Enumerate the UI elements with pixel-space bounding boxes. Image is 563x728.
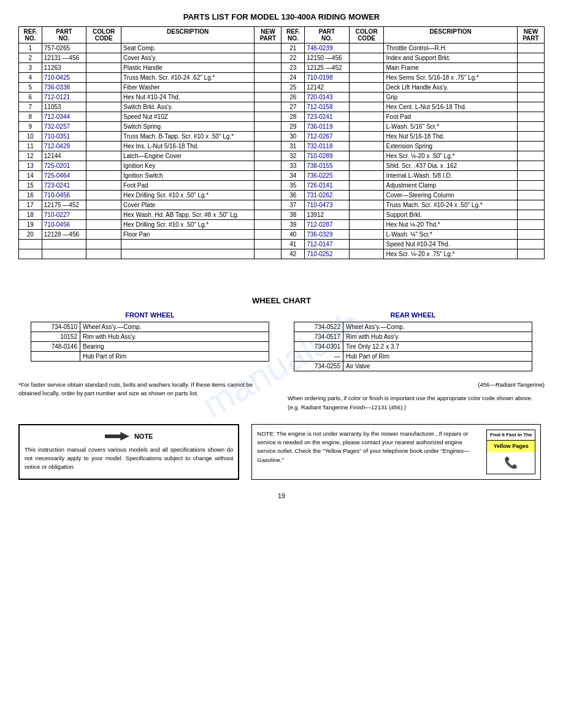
- right-desc-1: Index and Support Brkt.: [384, 53, 517, 63]
- right-ref-5: 26: [282, 93, 305, 102]
- left-desc-18: Hex Drilling Scr. #10 x .50" Lg.*: [121, 220, 255, 230]
- wheel-title: WHEEL CHART: [18, 296, 545, 305]
- left-desc-11: Latch—Engine Cover: [121, 151, 255, 161]
- right-desc-11: Hex Scr. ¼-20 x .50" Lg.*: [384, 151, 517, 161]
- right-new-5: [517, 93, 544, 102]
- front-wheel-desc-2: Bearing: [80, 342, 269, 352]
- right-ref-13: 34: [282, 171, 305, 181]
- right-part-16: 710-0473: [305, 200, 349, 210]
- right-new-17: [517, 210, 544, 220]
- header-desc-left: DESCRIPTION: [121, 27, 255, 44]
- left-color-20: [86, 240, 121, 249]
- left-part-0: 757-0265: [42, 44, 86, 53]
- left-desc-12: Ignition Key: [121, 161, 255, 171]
- left-desc-10: Hex Ins. L-Nut 5/16-18 Thd.: [121, 142, 255, 151]
- left-ref-2: 3: [19, 63, 42, 73]
- rear-wheel-part-0: 734-0522: [294, 322, 343, 332]
- right-ref-8: 29: [282, 122, 305, 132]
- left-color-19: [86, 230, 121, 240]
- left-desc-0: Seat Comp.: [121, 44, 255, 53]
- right-color-15: [349, 191, 384, 200]
- left-ref-8: 9: [19, 122, 42, 132]
- right-new-0: [517, 44, 544, 53]
- left-part-14: 723-0241: [42, 181, 86, 191]
- note-label: NOTE: [134, 431, 153, 442]
- left-ref-9: 10: [19, 132, 42, 142]
- right-new-14: [517, 181, 544, 191]
- right-desc-2: Main Frame: [384, 63, 517, 73]
- left-part-9: 710-0351: [42, 132, 86, 142]
- left-ref-21: [19, 249, 42, 259]
- asterisk-note: *For faster service obtain standard nuts…: [18, 381, 275, 412]
- left-part-20: [42, 240, 86, 249]
- front-wheel-desc-0: Wheel Ass'y.—Comp.: [80, 322, 269, 332]
- right-desc-14: Adjustment Clamp: [384, 181, 517, 191]
- left-ref-1: 2: [19, 53, 42, 63]
- left-new-7: [255, 112, 282, 122]
- left-part-19: 12128 —456: [42, 230, 86, 240]
- left-ref-6: 7: [19, 102, 42, 112]
- left-color-7: [86, 112, 121, 122]
- right-new-7: [517, 112, 544, 122]
- left-desc-7: Speed Nut #10Z: [121, 112, 255, 122]
- left-desc-16: Cover Plate: [121, 200, 255, 210]
- right-color-0: [349, 44, 384, 53]
- left-color-8: [86, 122, 121, 132]
- right-desc-20: Speed Nut #10-24 Thd.: [384, 240, 517, 249]
- right-new-16: [517, 200, 544, 210]
- left-part-2: 11263: [42, 63, 86, 73]
- right-color-21: [349, 249, 384, 259]
- right-ref-2: 23: [282, 63, 305, 73]
- left-desc-20: [121, 240, 255, 249]
- right-part-18: 712-0287: [305, 220, 349, 230]
- right-ref-16: 37: [282, 200, 305, 210]
- right-color-14: [349, 181, 384, 191]
- left-new-13: [255, 171, 282, 181]
- rear-wheel-subtitle: REAR WHEEL: [294, 311, 532, 319]
- right-ref-9: 30: [282, 132, 305, 142]
- right-part-5: 720-0143: [305, 93, 349, 102]
- right-ref-3: 24: [282, 73, 305, 83]
- right-part-17: 13912: [305, 210, 349, 220]
- right-desc-19: L-Wash. ¼" Scr.*: [384, 230, 517, 240]
- header-new-right: NEWPART: [517, 27, 544, 44]
- left-desc-3: Truss Mach. Scr. #10-24 .62" Lg.*: [121, 73, 255, 83]
- left-ref-18: 19: [19, 220, 42, 230]
- yellow-pages-top-text: Find It Fast In The: [487, 430, 535, 441]
- right-new-21: [517, 249, 544, 259]
- left-new-9: [255, 132, 282, 142]
- right-desc-6: Hex Cent. L-Nut 5/16-18 Thd.: [384, 102, 517, 112]
- left-color-0: [86, 44, 121, 53]
- right-color-11: [349, 151, 384, 161]
- right-desc-9: Hex Nut 5/16-18 Thd.: [384, 132, 517, 142]
- right-part-20: 712-0147: [305, 240, 349, 249]
- left-desc-2: Plastic Handle: [121, 63, 255, 73]
- right-part-3: 710-0198: [305, 73, 349, 83]
- left-color-1: [86, 53, 121, 63]
- left-part-10: 712-0429: [42, 142, 86, 151]
- right-part-19: 736-0329: [305, 230, 349, 240]
- right-ref-14: 35: [282, 181, 305, 191]
- left-color-10: [86, 142, 121, 151]
- left-desc-5: Hex Nut #10-24 Thd.: [121, 93, 255, 102]
- left-color-2: [86, 63, 121, 73]
- arrow-icon: [105, 430, 129, 442]
- right-part-4: 12142: [305, 83, 349, 93]
- right-desc-12: Shld. Scr. .437 Dia. x .162: [384, 161, 517, 171]
- right-new-1: [517, 53, 544, 63]
- left-desc-14: Foot Pad: [121, 181, 255, 191]
- right-new-9: [517, 132, 544, 142]
- right-ref-20: 41: [282, 240, 305, 249]
- left-desc-17: Hex Wash. Hd. AB Tapp. Scr. #8 x .50" Lg…: [121, 210, 255, 220]
- left-ref-17: 18: [19, 210, 42, 220]
- left-color-14: [86, 181, 121, 191]
- left-color-5: [86, 93, 121, 102]
- right-desc-4: Deck Lift Handle Ass'y.: [384, 83, 517, 93]
- left-desc-19: Floor Pan: [121, 230, 255, 240]
- left-part-13: 725-0464: [42, 171, 86, 181]
- header-color-right: COLORCODE: [349, 27, 384, 44]
- rear-wheel-desc-3: Hub Part of Rim: [343, 352, 532, 362]
- left-desc-9: Truss Mach. B-Tapp. Scr. #10 x .50" Lg.*: [121, 132, 255, 142]
- note-box: NOTE This instruction manual covers vari…: [18, 424, 239, 480]
- left-part-8: 732-0257: [42, 122, 86, 132]
